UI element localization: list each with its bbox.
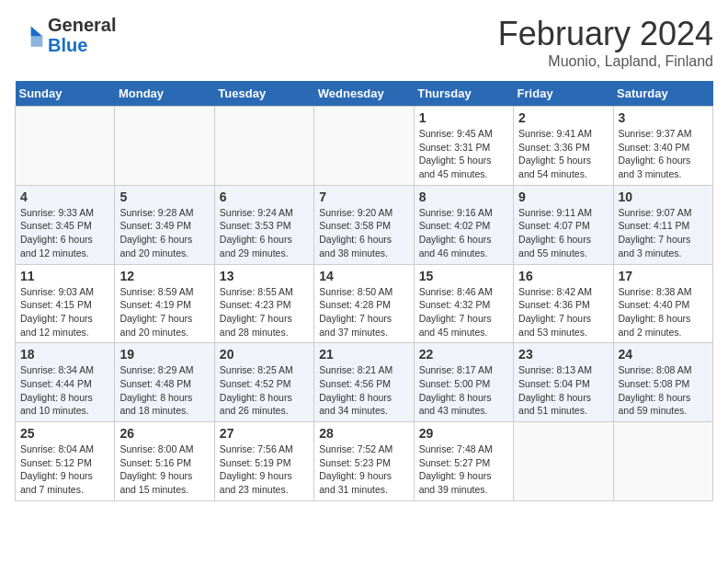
day-number: 26 bbox=[119, 426, 209, 441]
day-number: 20 bbox=[220, 347, 309, 362]
month-title: February 2024 bbox=[498, 15, 713, 53]
calendar-cell: 14Sunrise: 8:50 AM Sunset: 4:28 PM Dayli… bbox=[314, 264, 414, 343]
calendar-cell: 8Sunrise: 9:16 AM Sunset: 4:02 PM Daylig… bbox=[414, 185, 513, 264]
day-number: 19 bbox=[119, 347, 209, 362]
day-number: 28 bbox=[319, 426, 408, 441]
weekday-header-wednesday: Wednesday bbox=[314, 81, 414, 107]
day-info: Sunrise: 8:50 AM Sunset: 4:28 PM Dayligh… bbox=[319, 285, 408, 339]
calendar-cell: 25Sunrise: 8:04 AM Sunset: 5:12 PM Dayli… bbox=[16, 422, 115, 501]
svg-marker-1 bbox=[31, 37, 43, 47]
header: General Blue February 2024 Muonio, Lapla… bbox=[15, 15, 713, 70]
calendar-cell bbox=[314, 107, 414, 186]
title-area: February 2024 Muonio, Lapland, Finland bbox=[498, 15, 713, 70]
calendar-cell bbox=[16, 107, 115, 186]
weekday-header-row: SundayMondayTuesdayWednesdayThursdayFrid… bbox=[16, 81, 713, 107]
calendar-cell: 26Sunrise: 8:00 AM Sunset: 5:16 PM Dayli… bbox=[115, 422, 214, 501]
day-info: Sunrise: 8:55 AM Sunset: 4:23 PM Dayligh… bbox=[220, 285, 309, 339]
calendar-cell: 12Sunrise: 8:59 AM Sunset: 4:19 PM Dayli… bbox=[115, 264, 214, 343]
logo-icon bbox=[15, 20, 44, 50]
day-info: Sunrise: 9:11 AM Sunset: 4:07 PM Dayligh… bbox=[518, 206, 608, 260]
day-number: 27 bbox=[220, 426, 309, 441]
calendar-week-row: 1Sunrise: 9:45 AM Sunset: 3:31 PM Daylig… bbox=[16, 107, 713, 186]
day-info: Sunrise: 9:37 AM Sunset: 3:40 PM Dayligh… bbox=[619, 127, 708, 181]
calendar-cell: 16Sunrise: 8:42 AM Sunset: 4:36 PM Dayli… bbox=[514, 264, 613, 343]
calendar-table: SundayMondayTuesdayWednesdayThursdayFrid… bbox=[15, 81, 713, 501]
calendar-cell: 20Sunrise: 8:25 AM Sunset: 4:52 PM Dayli… bbox=[214, 343, 313, 422]
logo-text: General Blue bbox=[48, 15, 116, 55]
day-info: Sunrise: 8:00 AM Sunset: 5:16 PM Dayligh… bbox=[119, 442, 209, 497]
calendar-cell: 7Sunrise: 9:20 AM Sunset: 3:58 PM Daylig… bbox=[314, 185, 414, 264]
day-number: 18 bbox=[20, 347, 109, 362]
day-number: 22 bbox=[419, 347, 508, 362]
day-number: 14 bbox=[319, 269, 408, 283]
day-number: 15 bbox=[419, 269, 508, 283]
calendar-week-row: 25Sunrise: 8:04 AM Sunset: 5:12 PM Dayli… bbox=[16, 422, 713, 501]
day-info: Sunrise: 8:46 AM Sunset: 4:32 PM Dayligh… bbox=[419, 285, 508, 339]
weekday-header-friday: Friday bbox=[514, 81, 613, 107]
calendar-cell bbox=[115, 107, 214, 186]
location-subtitle: Muonio, Lapland, Finland bbox=[498, 53, 713, 70]
day-number: 12 bbox=[119, 269, 209, 283]
day-info: Sunrise: 8:42 AM Sunset: 4:36 PM Dayligh… bbox=[518, 285, 608, 339]
day-number: 5 bbox=[119, 190, 209, 204]
logo-general-text: General bbox=[48, 15, 116, 35]
calendar-cell: 2Sunrise: 9:41 AM Sunset: 3:36 PM Daylig… bbox=[514, 107, 613, 186]
day-number: 10 bbox=[619, 190, 708, 204]
day-info: Sunrise: 9:20 AM Sunset: 3:58 PM Dayligh… bbox=[319, 206, 408, 260]
weekday-header-thursday: Thursday bbox=[414, 81, 513, 107]
calendar-cell: 17Sunrise: 8:38 AM Sunset: 4:40 PM Dayli… bbox=[613, 264, 712, 343]
day-info: Sunrise: 9:16 AM Sunset: 4:02 PM Dayligh… bbox=[419, 206, 508, 260]
day-info: Sunrise: 8:13 AM Sunset: 5:04 PM Dayligh… bbox=[518, 363, 608, 418]
day-number: 3 bbox=[619, 110, 708, 125]
calendar-cell bbox=[613, 422, 712, 501]
day-number: 21 bbox=[319, 347, 408, 362]
svg-marker-0 bbox=[31, 26, 43, 36]
weekday-header-tuesday: Tuesday bbox=[214, 81, 313, 107]
day-number: 17 bbox=[619, 269, 708, 283]
day-info: Sunrise: 8:04 AM Sunset: 5:12 PM Dayligh… bbox=[20, 442, 109, 497]
calendar-cell bbox=[214, 107, 313, 186]
day-number: 24 bbox=[619, 347, 708, 362]
day-number: 11 bbox=[20, 269, 109, 283]
day-number: 9 bbox=[518, 190, 608, 204]
calendar-cell: 18Sunrise: 8:34 AM Sunset: 4:44 PM Dayli… bbox=[16, 343, 115, 422]
calendar-week-row: 18Sunrise: 8:34 AM Sunset: 4:44 PM Dayli… bbox=[16, 343, 713, 422]
day-number: 6 bbox=[220, 190, 309, 204]
calendar-cell: 3Sunrise: 9:37 AM Sunset: 3:40 PM Daylig… bbox=[613, 107, 712, 186]
calendar-cell: 11Sunrise: 9:03 AM Sunset: 4:15 PM Dayli… bbox=[16, 264, 115, 343]
calendar-cell: 4Sunrise: 9:33 AM Sunset: 3:45 PM Daylig… bbox=[16, 185, 115, 264]
day-number: 8 bbox=[419, 190, 508, 204]
day-info: Sunrise: 8:25 AM Sunset: 4:52 PM Dayligh… bbox=[220, 363, 309, 418]
calendar-cell: 15Sunrise: 8:46 AM Sunset: 4:32 PM Dayli… bbox=[414, 264, 513, 343]
day-number: 25 bbox=[20, 426, 109, 441]
day-info: Sunrise: 7:52 AM Sunset: 5:23 PM Dayligh… bbox=[319, 442, 408, 497]
day-info: Sunrise: 9:24 AM Sunset: 3:53 PM Dayligh… bbox=[220, 206, 309, 260]
calendar-cell: 22Sunrise: 8:17 AM Sunset: 5:00 PM Dayli… bbox=[414, 343, 513, 422]
calendar-cell bbox=[514, 422, 613, 501]
day-info: Sunrise: 9:33 AM Sunset: 3:45 PM Dayligh… bbox=[20, 206, 109, 260]
day-number: 2 bbox=[518, 110, 608, 125]
day-info: Sunrise: 8:08 AM Sunset: 5:08 PM Dayligh… bbox=[619, 363, 708, 418]
calendar-cell: 24Sunrise: 8:08 AM Sunset: 5:08 PM Dayli… bbox=[613, 343, 712, 422]
weekday-header-sunday: Sunday bbox=[16, 81, 115, 107]
day-info: Sunrise: 8:29 AM Sunset: 4:48 PM Dayligh… bbox=[119, 363, 209, 418]
calendar-cell: 9Sunrise: 9:11 AM Sunset: 4:07 PM Daylig… bbox=[514, 185, 613, 264]
calendar-cell: 29Sunrise: 7:48 AM Sunset: 5:27 PM Dayli… bbox=[414, 422, 513, 501]
logo: General Blue bbox=[15, 15, 116, 55]
calendar-cell: 28Sunrise: 7:52 AM Sunset: 5:23 PM Dayli… bbox=[314, 422, 414, 501]
day-info: Sunrise: 9:41 AM Sunset: 3:36 PM Dayligh… bbox=[518, 127, 608, 181]
day-number: 13 bbox=[220, 269, 309, 283]
day-number: 1 bbox=[419, 110, 508, 125]
day-info: Sunrise: 8:59 AM Sunset: 4:19 PM Dayligh… bbox=[119, 285, 209, 339]
day-info: Sunrise: 9:03 AM Sunset: 4:15 PM Dayligh… bbox=[20, 285, 109, 339]
calendar-cell: 5Sunrise: 9:28 AM Sunset: 3:49 PM Daylig… bbox=[115, 185, 214, 264]
calendar-cell: 6Sunrise: 9:24 AM Sunset: 3:53 PM Daylig… bbox=[214, 185, 313, 264]
weekday-header-monday: Monday bbox=[115, 81, 214, 107]
day-number: 7 bbox=[319, 190, 408, 204]
calendar-cell: 1Sunrise: 9:45 AM Sunset: 3:31 PM Daylig… bbox=[414, 107, 513, 186]
day-number: 29 bbox=[419, 426, 508, 441]
day-info: Sunrise: 8:34 AM Sunset: 4:44 PM Dayligh… bbox=[20, 363, 109, 418]
day-number: 16 bbox=[518, 269, 608, 283]
day-info: Sunrise: 9:28 AM Sunset: 3:49 PM Dayligh… bbox=[119, 206, 209, 260]
day-info: Sunrise: 8:21 AM Sunset: 4:56 PM Dayligh… bbox=[319, 363, 408, 418]
